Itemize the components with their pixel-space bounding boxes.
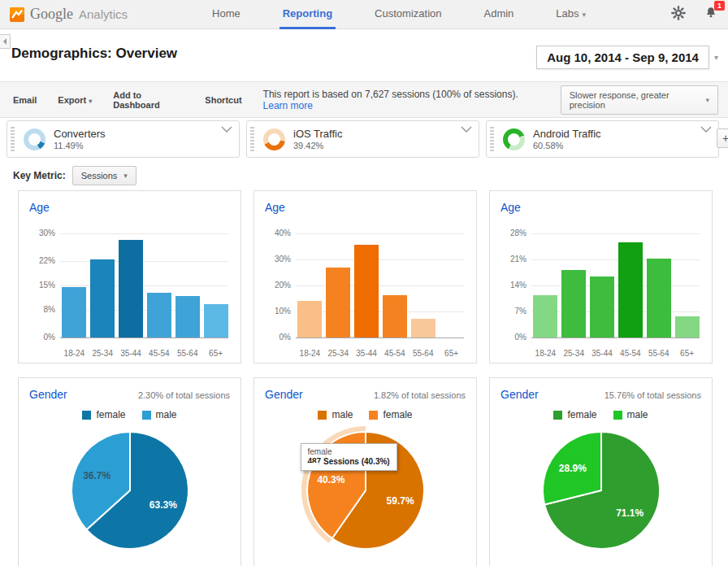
settings-gear-icon[interactable] — [671, 6, 686, 24]
legend-swatch — [613, 411, 622, 420]
y-axis-tick: 7% — [500, 307, 526, 316]
drag-handle-icon[interactable] — [11, 127, 15, 151]
gridline — [531, 259, 700, 260]
chevron-down-icon: ▾ — [705, 96, 709, 104]
gridline — [60, 285, 228, 286]
email-button[interactable]: Email — [13, 95, 37, 105]
key-metric-selector[interactable]: Sessions▾ — [72, 166, 136, 185]
precision-selector[interactable]: Slower response, greater precision▾ — [561, 85, 718, 115]
segment-donut-chart — [503, 128, 525, 150]
segment-card-android-traffic[interactable]: Android Traffic 60.58% — [486, 120, 719, 158]
y-axis-tick: 30% — [265, 255, 291, 263]
notification-count-badge: 1 — [714, 1, 725, 11]
gender-chart-card-android: Gender 15.76% of total sessions femalema… — [489, 377, 713, 566]
page-title: Demographics: Overview — [11, 46, 177, 62]
chevron-down-icon[interactable]: ▾ — [714, 53, 718, 62]
x-axis-tick: 55-64 — [173, 349, 202, 358]
ga-logo[interactable]: Google Analytics — [10, 6, 128, 23]
add-segment-button[interactable]: + — [717, 128, 728, 148]
legend-swatch — [369, 411, 378, 420]
gridline — [296, 285, 464, 286]
age-bar-18-24[interactable] — [297, 301, 322, 337]
x-axis-tick: 18-24 — [296, 349, 324, 358]
chart-title[interactable]: Age — [500, 201, 521, 214]
drag-handle-icon[interactable] — [250, 127, 254, 151]
chart-title[interactable]: Age — [29, 201, 50, 214]
drag-handle-icon[interactable] — [490, 127, 494, 151]
chart-subtitle: 1.82% of total sessions — [374, 390, 466, 400]
pie-legend: femalemale — [29, 409, 230, 420]
chart-title[interactable]: Gender — [29, 388, 67, 401]
age-bar-25-34[interactable] — [90, 259, 115, 337]
nav-item-reporting[interactable]: Reporting — [262, 0, 353, 29]
slice-percent-label: 40.3% — [317, 474, 344, 485]
x-axis-tick: 18-24 — [531, 349, 560, 358]
gridline — [531, 233, 700, 234]
age-bar-65+[interactable] — [204, 304, 228, 337]
age-bar-18-24[interactable] — [62, 287, 86, 337]
gridline — [60, 337, 228, 338]
age-bar-chart: 0%7%14%21%28%18-2425-3435-4445-5455-6465… — [500, 219, 701, 361]
nav-item-customization[interactable]: Customization — [353, 0, 462, 29]
chevron-down-icon[interactable] — [461, 126, 472, 133]
gender-pie-chart: 71.1%28.9% — [535, 424, 668, 557]
slice-percent-label: 36.7% — [83, 470, 110, 481]
tooltip-label: female — [308, 447, 390, 456]
chart-title[interactable]: Age — [265, 201, 285, 214]
chart-subtitle: 15.76% of total sessions — [604, 390, 701, 400]
age-bar-55-64[interactable] — [411, 319, 436, 337]
age-bar-45-54[interactable] — [383, 295, 407, 337]
nav-item-admin[interactable]: Admin — [462, 0, 535, 29]
y-axis-tick: 10% — [265, 307, 291, 316]
segment-name: iOS Traffic — [293, 128, 342, 140]
age-bar-25-34[interactable] — [326, 268, 350, 337]
age-bar-35-44[interactable] — [590, 276, 614, 337]
age-bar-55-64[interactable] — [647, 259, 671, 337]
y-axis-tick: 30% — [29, 229, 55, 237]
add-to-dashboard-button[interactable]: Add to Dashboard — [113, 90, 184, 110]
chevron-down-icon[interactable] — [221, 126, 232, 133]
sidebar-collapse-toggle[interactable] — [0, 34, 11, 49]
brand-google: Google — [30, 6, 73, 23]
chart-title[interactable]: Gender — [500, 388, 539, 401]
age-bar-35-44[interactable] — [119, 240, 143, 337]
segment-percent: 11.49% — [54, 141, 106, 150]
gender-chart-card-ios: Gender 1.82% of total sessions malefemal… — [254, 377, 477, 566]
learn-more-link[interactable]: Learn more — [263, 100, 313, 111]
shortcut-button[interactable]: Shortcut — [205, 95, 241, 105]
age-bar-chart: 0%10%20%30%40%18-2425-3435-4445-5455-646… — [265, 219, 466, 361]
y-axis-tick: 40% — [265, 229, 291, 237]
legend-item-male: male — [318, 409, 353, 420]
age-bar-45-54[interactable] — [147, 293, 171, 338]
chevron-down-icon[interactable] — [700, 126, 712, 133]
chevron-down-icon: ▾ — [124, 172, 128, 180]
legend-item-female: female — [553, 409, 596, 420]
x-axis-tick: 35-44 — [117, 349, 145, 358]
segment-card-ios-traffic[interactable]: iOS Traffic 39.42% — [246, 120, 479, 158]
y-axis-tick: 21% — [500, 255, 526, 263]
date-range-selector[interactable]: Aug 10, 2014 - Sep 9, 2014 — [536, 46, 709, 69]
segment-name: Converters — [54, 128, 106, 140]
age-bar-45-54[interactable] — [618, 242, 643, 338]
age-bar-65+[interactable] — [675, 316, 700, 338]
segment-donut-chart — [24, 128, 46, 150]
notifications-bell-icon[interactable]: 1 — [704, 6, 718, 24]
nav-item-labs[interactable]: Labs▾ — [535, 0, 607, 29]
legend-item-male: male — [142, 409, 177, 420]
chart-title[interactable]: Gender — [265, 388, 303, 401]
segment-card-converters[interactable]: Converters 11.49% — [6, 120, 240, 158]
gender-charts-row: Gender 2.30% of total sessions femalemal… — [0, 377, 728, 566]
nav-item-home[interactable]: Home — [191, 0, 262, 29]
x-axis-tick: 25-34 — [560, 349, 588, 358]
x-axis-tick: 45-54 — [145, 349, 174, 358]
y-axis-tick: 0% — [500, 333, 526, 342]
age-bar-25-34[interactable] — [561, 270, 586, 337]
age-bar-18-24[interactable] — [533, 295, 557, 337]
gridline — [296, 337, 464, 338]
y-axis-tick: 28% — [500, 229, 526, 237]
age-bar-35-44[interactable] — [354, 245, 379, 337]
export-button[interactable]: Export▾ — [58, 95, 92, 105]
legend-swatch — [142, 411, 151, 420]
brand-analytics: Analytics — [79, 7, 128, 21]
age-bar-55-64[interactable] — [176, 296, 200, 337]
